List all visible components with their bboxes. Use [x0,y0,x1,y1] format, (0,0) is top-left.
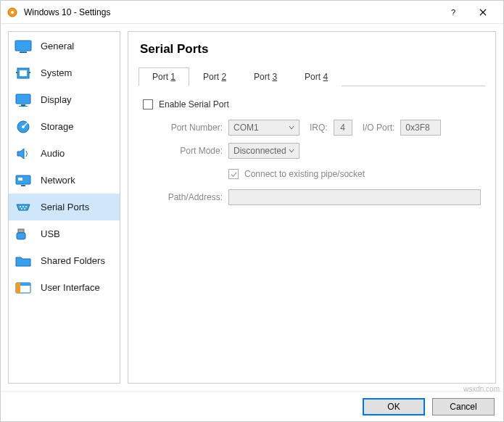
sidebar-item-label: General [41,41,74,51]
svg-rect-10 [21,104,25,106]
svg-rect-22 [18,229,24,233]
form: Enable Serial Port Port Number: COM1 IRQ… [139,86,485,223]
main-panel: Serial Ports Port 1 Port 2 Port 3 Port 4… [128,31,496,384]
watermark: wsxdn.com [463,385,500,393]
network-icon [13,172,33,189]
sidebar-item-usb[interactable]: USB [9,220,120,247]
port-number-label: Port Number: [143,123,223,133]
svg-point-20 [21,208,22,210]
svg-point-18 [22,206,24,207]
sidebar-item-shared-folders[interactable]: Shared Folders [9,247,120,274]
svg-rect-6 [20,70,27,76]
chevron-down-icon [289,125,294,131]
svg-rect-8 [29,72,30,73]
io-port-field[interactable]: 0x3F8 [400,120,441,136]
usb-icon [13,226,33,243]
tab-port-3[interactable]: Port 3 [240,67,291,86]
sidebar-item-label: USB [41,228,60,239]
sidebar-item-network[interactable]: Network [9,167,120,194]
connect-checkbox [228,169,239,179]
svg-rect-9 [16,94,30,104]
svg-point-1 [11,11,14,14]
svg-rect-23 [17,233,25,239]
user-interface-icon [13,279,33,297]
chevron-down-icon [289,148,294,154]
tab-port-2[interactable]: Port 2 [189,67,240,86]
sidebar-item-system[interactable]: System [9,59,120,86]
port-mode-select[interactable]: Disconnected [228,143,299,159]
svg-rect-16 [18,178,22,181]
svg-rect-7 [16,72,17,73]
shared-folders-icon [13,252,33,270]
port-number-select[interactable]: COM1 [228,120,299,136]
path-address-field[interactable] [228,189,481,205]
app-icon [7,7,18,18]
svg-point-19 [25,206,27,207]
close-button[interactable] [468,1,497,23]
sidebar-item-general[interactable]: General [9,33,120,59]
sidebar-item-label: Shared Folders [41,255,105,266]
storage-icon [13,118,33,136]
ok-button[interactable]: OK [363,398,425,415]
general-icon [13,38,33,55]
svg-point-17 [20,206,21,207]
serial-ports-icon [13,199,33,216]
sidebar-item-audio[interactable]: Audio [9,140,120,167]
audio-icon [13,145,33,162]
sidebar-item-serial-ports[interactable]: Serial Ports [9,194,120,220]
page-title: Serial Ports [140,42,485,57]
svg-rect-3 [15,41,31,51]
sidebar-item-label: Network [41,175,75,186]
svg-text:?: ? [451,8,455,17]
svg-point-21 [24,208,25,210]
svg-rect-26 [16,283,20,293]
sidebar-item-label: System [41,67,72,78]
sidebar-item-label: Serial Ports [41,202,89,212]
connect-label: Connect to existing pipe/socket [244,169,365,179]
tabs: Port 1 Port 2 Port 3 Port 4 [139,67,485,86]
sidebar: General System Display Storage Audio Net… [8,31,120,384]
path-address-label: Path/Address: [143,192,223,202]
footer: OK Cancel [1,391,503,421]
io-port-label: I/O Port: [363,123,395,133]
irq-field[interactable]: 4 [334,120,352,136]
sidebar-item-label: User Interface [41,282,100,293]
tab-port-1[interactable]: Port 1 [139,67,189,86]
titlebar: Windows 10 - Settings ? [1,1,503,24]
svg-rect-15 [21,185,25,186]
irq-label: IRQ: [310,123,328,133]
port-mode-label: Port Mode: [143,146,223,156]
window-title: Windows 10 - Settings [24,7,439,17]
settings-window: Windows 10 - Settings ? General System D… [0,0,504,422]
sidebar-item-label: Display [41,94,72,105]
check-icon [231,171,237,178]
body: General System Display Storage Audio Net… [1,24,503,391]
svg-rect-4 [20,51,27,53]
display-icon [13,91,33,109]
sidebar-item-user-interface[interactable]: User Interface [9,274,120,301]
enable-serial-port-checkbox[interactable] [143,99,153,109]
sidebar-item-label: Audio [41,148,65,159]
system-icon [13,65,33,82]
sidebar-item-display[interactable]: Display [9,86,120,113]
sidebar-item-storage[interactable]: Storage [9,113,120,140]
help-button[interactable]: ? [439,1,468,23]
sidebar-item-label: Storage [41,121,74,132]
enable-serial-port-label: Enable Serial Port [159,99,229,109]
svg-rect-11 [19,106,28,107]
cancel-button[interactable]: Cancel [432,398,495,415]
tab-port-4[interactable]: Port 4 [291,67,342,86]
